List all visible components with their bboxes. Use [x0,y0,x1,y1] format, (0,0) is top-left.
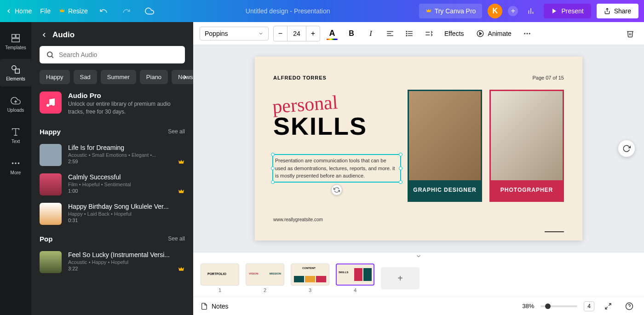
chip-summer[interactable]: Summer [101,70,136,84]
font-size-value[interactable]: 24 [288,26,306,41]
notes-button[interactable]: Notes [201,303,229,310]
slide-website[interactable]: www.reallygreatsite.com [273,217,323,222]
crown-icon [178,266,185,273]
chip-sad[interactable]: Sad [74,70,97,84]
see-all-link[interactable]: See all [168,235,185,242]
redo-button[interactable] [119,4,134,18]
svg-point-18 [52,103,55,106]
thumb-number: 3 [309,287,311,293]
user-avatar[interactable]: K [488,4,502,18]
track-item[interactable]: Life Is for Dreaming Acoustic • Small Em… [31,140,193,170]
try-pro-button[interactable]: Try Canva Pro [419,4,483,18]
track-item[interactable]: Happy Birthday Song Ukulele Ver... Happy… [31,199,193,229]
rail-templates[interactable]: Templates [0,28,31,55]
track-duration: 1:00 [68,188,185,194]
spacing-button[interactable] [421,26,436,41]
chip-happy[interactable]: Happy [40,70,70,84]
undo-button[interactable] [96,4,111,18]
chevron-left-icon [6,8,12,14]
chevron-right-icon[interactable] [181,74,189,81]
decrease-size-button[interactable]: − [274,26,288,41]
slide-card-designer[interactable]: GRAPHIC DESIGNER [408,90,482,202]
slide-thumbnail-active[interactable]: SKILLS [336,263,374,286]
italic-button[interactable]: I [363,26,378,41]
page-counter[interactable]: Page 07 of 15 [532,75,564,80]
delete-button[interactable] [623,26,638,41]
zoom-slider[interactable] [540,305,577,307]
chip-piano[interactable]: Piano [140,70,168,84]
bold-button[interactable]: B [344,26,359,41]
track-item[interactable]: Feel So Lucky (Instrumental Versi... Aco… [31,247,193,277]
resize-handle[interactable] [399,166,402,170]
rotate-handle[interactable] [331,184,342,195]
slide-author[interactable]: ALFREDO TORRES [273,75,564,80]
font-name: Poppins [205,30,228,37]
add-slide-button[interactable]: + [381,267,420,289]
section-header-happy: Happy See all [31,125,193,140]
more-options-button[interactable] [520,26,535,41]
resize-handle[interactable] [271,180,275,184]
spacing-icon [425,29,433,38]
resize-handle[interactable] [399,180,402,184]
slide-decorative-line [545,231,564,232]
text-icon [11,127,21,137]
rail-uploads[interactable]: Uploads [0,90,31,118]
home-button[interactable]: Home [6,7,32,15]
zoom-knob[interactable] [545,304,551,309]
search-box[interactable] [40,46,185,63]
insights-button[interactable] [523,4,538,18]
track-duration: 3:22 [68,266,185,271]
resize-handle[interactable] [271,166,275,170]
rail-text[interactable]: Text [0,121,31,149]
search-icon [46,51,54,59]
search-input[interactable] [59,51,178,58]
resize-button[interactable]: Resize [59,7,88,15]
cloud-sync-button[interactable] [142,4,157,18]
more-icon [11,158,21,168]
music-icon [45,97,56,108]
slide-canvas[interactable]: ALFREDO TORRES Page 07 of 15 personal SK… [255,57,582,241]
align-button[interactable] [383,26,397,41]
slide-card-photographer[interactable]: PHOTOGRAPHER [489,90,564,202]
present-label: Present [561,7,583,15]
resize-handle[interactable] [399,153,402,156]
text-color-button[interactable]: A [325,26,339,41]
slide-thumbnail[interactable]: PORTFOLIO [201,263,239,286]
page-indicator[interactable]: 4 [584,301,594,311]
resize-handle[interactable] [271,153,275,156]
slide-viewport[interactable]: ALFREDO TORRES Page 07 of 15 personal SK… [193,45,644,252]
see-all-link[interactable]: See all [168,128,185,135]
chevron-left-icon[interactable] [40,31,48,39]
increase-size-button[interactable]: + [306,26,320,41]
selected-text-box[interactable]: Presentation are communication tools tha… [272,154,401,183]
svg-line-16 [52,56,53,57]
fullscreen-button[interactable] [601,299,615,314]
present-button[interactable]: Present [544,4,591,18]
document-title[interactable]: Untitled design - Presentation [157,7,419,15]
slide-title[interactable]: SKILLS [273,112,367,140]
slide-thumbnail[interactable]: VISIONMISSION [246,263,284,286]
rail-more[interactable]: More [0,153,31,180]
rail-elements[interactable]: Elements [0,59,31,86]
refresh-fab[interactable] [618,140,635,157]
add-collaborator-button[interactable]: + [508,6,518,16]
crown-icon [59,8,65,14]
more-icon [523,29,531,38]
play-icon [551,8,558,14]
sidebar-title: Audio [52,30,75,40]
slide-body-text: Presentation are communication tools tha… [275,158,395,178]
cloud-icon [145,6,154,16]
animate-button[interactable]: Animate [472,27,515,40]
help-button[interactable] [622,299,637,314]
effects-button[interactable]: Effects [441,27,468,40]
card-label: PHOTOGRAPHER [491,180,563,193]
audio-pro-promo[interactable]: Audio Pro Unlock our entire library of p… [31,92,193,125]
slide-thumbnail[interactable]: CONTENT [291,263,329,286]
share-button[interactable]: Share [597,4,638,18]
svg-point-13 [15,162,17,164]
file-menu[interactable]: File [40,7,51,15]
track-item[interactable]: Calmly Successful Film • Hopeful • Senti… [31,170,193,199]
font-select[interactable]: Poppins [200,27,269,40]
list-button[interactable] [402,26,417,41]
collapse-thumbnails-handle[interactable] [193,252,644,260]
